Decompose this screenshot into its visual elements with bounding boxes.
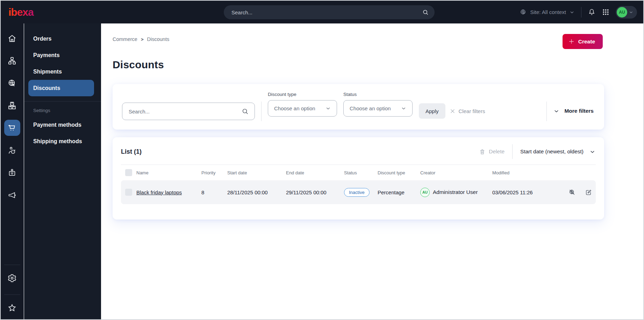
menu-item-shipments[interactable]: Shipments [28,63,94,80]
site-context-label: Site: All context [530,9,566,15]
trash-icon [479,148,486,155]
select-all-checkbox[interactable] [125,169,132,176]
column-header-end-date: End date [286,170,344,175]
rail-item-marketing[interactable] [4,187,20,203]
menu-item-payment-methods[interactable]: Payment methods [28,117,94,133]
topbar-right: Site: All context AU [520,6,643,19]
row-checkbox[interactable] [125,189,132,196]
discount-type-label: Discount type [268,92,337,97]
preview-disabled-button[interactable] [568,189,576,196]
discount-search-input[interactable]: Search... [122,103,255,120]
delete-button-label: Delete [489,148,505,155]
menu-item-discounts[interactable]: Discounts [28,80,94,96]
discounts-list: List (1) Delete Start date (newest, olde… [113,137,604,220]
edit-button[interactable] [585,189,592,196]
discount-priority: 8 [201,189,227,195]
column-header-name: Name [136,170,201,175]
notifications-button[interactable] [588,8,596,16]
rail-item-dashboard[interactable] [4,30,20,46]
user-menu[interactable]: AU [616,6,637,19]
discount-end-date: 29/11/2025 00:00 [286,189,344,195]
rail-divider [4,265,20,265]
site-context-selector[interactable]: Site: All context [520,8,575,16]
svg-text:ibexa: ibexa [8,6,34,18]
sort-select[interactable]: Start date (newest, oldest) [520,148,596,155]
icon-rail [1,23,24,319]
menu-divider [24,101,101,102]
home-icon [7,34,17,43]
chevron-down-icon [401,105,407,111]
id-badge-icon [7,168,17,178]
page-title: Discounts [101,49,643,71]
app-switcher-button[interactable] [602,8,609,16]
column-header-status: Status [344,170,378,175]
main-content: Commerce > Discounts Create Discounts Se… [101,23,643,319]
ibexa-logo-icon: ibexa [8,6,43,19]
commerce-menu: Orders Payments Shipments Discounts Sett… [24,23,101,319]
column-header-creator: Creator [420,170,492,175]
megaphone-icon [7,190,17,200]
list-title: List (1) [121,148,142,155]
rail-item-bookmarks[interactable] [4,300,20,316]
more-filters-label: More filters [564,108,594,114]
chevron-down-icon [553,108,560,114]
discount-name-link[interactable]: Black friday laptops [136,189,182,195]
customer-target-icon [7,146,17,155]
content-tree-icon [7,56,17,65]
filter-divider [261,102,262,121]
notifications-bell-icon [588,8,596,16]
search-icon [241,107,249,115]
list-divider [512,144,513,159]
chevron-down-icon [569,9,575,15]
rail-item-products[interactable] [4,97,20,113]
rail-item-content-tree[interactable] [4,53,20,69]
topbar-divider [581,7,581,18]
rail-item-site[interactable] [4,75,20,91]
rail-item-customers[interactable] [4,142,20,158]
breadcrumb-discounts[interactable]: Discounts [147,36,170,42]
ibexa-logo[interactable]: ibexa [1,6,101,19]
rail-item-admin-settings[interactable] [4,270,20,286]
chevron-down-icon [325,105,331,111]
clear-filters-label: Clear filters [459,108,485,114]
creator-name: Administrator User [433,189,478,195]
filters-bar: Search... Discount type Choose an option… [113,84,604,130]
breadcrumb-commerce[interactable]: Commerce [113,36,137,42]
table-row: Black friday laptops 8 28/11/2025 00:00 … [121,180,596,204]
delete-button[interactable]: Delete [479,148,505,155]
global-search-input[interactable]: Search... [224,5,435,19]
rail-item-commerce[interactable] [4,120,20,136]
gear-icon [7,273,17,283]
status-select[interactable]: Choose an option [343,100,413,117]
breadcrumb-separator: > [141,37,144,42]
apply-button[interactable]: Apply [419,103,445,119]
menu-item-shipping-methods[interactable]: Shipping methods [28,133,94,149]
filter-divider [546,102,547,121]
sort-label: Start date (newest, oldest) [520,148,584,155]
breadcrumb: Commerce > Discounts [113,34,169,42]
discount-type-value-cell: Percentage [378,189,420,195]
app-grid-icon [602,8,609,16]
search-icon [422,9,429,16]
create-button[interactable]: Create [563,34,603,49]
status-label: Status [343,92,413,97]
discount-type-select[interactable]: Choose an option [268,100,337,117]
create-button-label: Create [578,39,595,45]
discount-modified: 03/06/2025 11:26 [492,189,555,195]
edit-icon [585,189,592,196]
more-filters-button[interactable]: More filters [553,103,595,119]
chevron-down-icon [629,10,634,15]
discount-type-value: Choose an option [274,105,315,111]
global-search-placeholder: Search... [231,9,422,15]
star-icon [7,303,17,313]
menu-item-payments[interactable]: Payments [28,47,94,63]
column-header-discount-type: Discount type [378,170,420,175]
menu-item-orders[interactable]: Orders [28,30,94,47]
status-badge: Inactive [344,188,370,197]
avatar: AU [617,7,627,18]
clear-filters-button[interactable]: Clear filters [445,103,489,119]
discount-search-placeholder: Search... [129,109,241,114]
rail-item-id-badge[interactable] [4,165,20,181]
menu-section-settings: Settings [24,106,101,117]
chevron-down-icon [589,148,596,155]
